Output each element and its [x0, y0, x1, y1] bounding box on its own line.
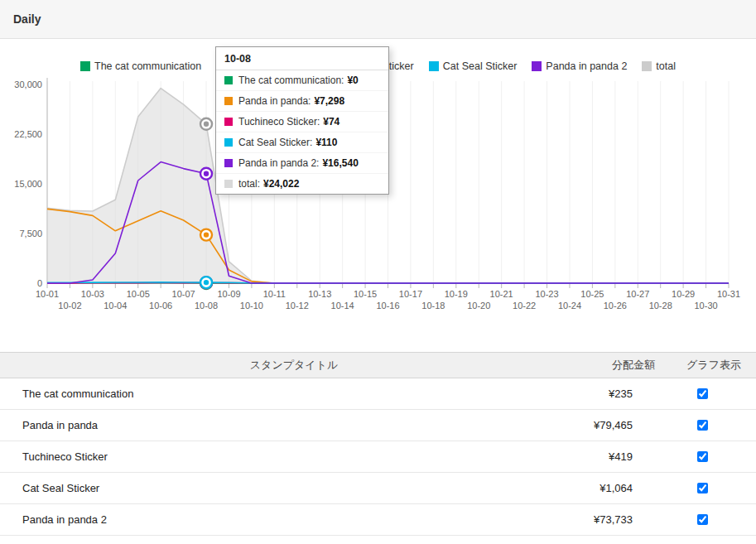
tooltip-row-panda-in-panda: Panda in panda:¥7,298 [216, 91, 388, 112]
highlight-point-panda-in-panda-2 [200, 168, 212, 180]
table-row-cat-seal-sticker: Cat Seal Sticker¥1,064 [0, 473, 756, 504]
graph-toggle-checkbox[interactable] [697, 388, 708, 399]
tooltip-swatch [224, 118, 233, 126]
legend-label: Cat Seal Sticker [443, 60, 518, 72]
graph-display-cell [633, 388, 756, 399]
tooltip-row-cat-seal-sticker: Cat Seal Sticker:¥110 [216, 132, 388, 153]
legend-label: The cat communication [94, 60, 201, 72]
highlight-point-panda-in-panda [200, 229, 212, 241]
tooltip-series-value: ¥7,298 [314, 95, 344, 107]
table-row-the-cat-communication: The cat communication¥235 [0, 378, 756, 410]
graph-display-cell [633, 451, 756, 462]
graph-display-cell [633, 420, 756, 431]
svg-text:30,000: 30,000 [14, 79, 42, 89]
svg-text:10-20: 10-20 [467, 301, 490, 311]
table-row-panda-in-panda-2: Panda in panda 2¥73,733 [0, 504, 756, 536]
tooltip-series-name: The cat communication: [238, 75, 344, 86]
header-bar: Daily [0, 0, 756, 39]
table-body: The cat communication¥235Panda in panda¥… [0, 378, 756, 536]
stamp-title-cell: Cat Seal Sticker [0, 482, 588, 494]
tooltip-series-name: Panda in panda: [238, 95, 311, 107]
svg-text:10-07: 10-07 [172, 289, 195, 299]
svg-text:10-19: 10-19 [445, 289, 468, 299]
tooltip-series-name: Cat Seal Sticker: [238, 137, 312, 148]
svg-text:10-08: 10-08 [195, 301, 218, 311]
graph-display-cell [633, 483, 756, 493]
svg-text:10-21: 10-21 [490, 289, 513, 299]
tooltip-rows: The cat communication:¥0Panda in panda:¥… [216, 70, 388, 194]
stamp-title-cell: Panda in panda 2 [0, 513, 588, 526]
svg-text:15,000: 15,000 [14, 179, 42, 189]
graph-toggle-checkbox[interactable] [697, 451, 708, 462]
svg-text:22,500: 22,500 [14, 129, 42, 139]
svg-text:10-11: 10-11 [263, 289, 286, 299]
amount-cell: ¥73,733 [566, 513, 633, 526]
svg-text:10-13: 10-13 [308, 289, 331, 299]
legend-swatch-total [642, 61, 652, 71]
tooltip-swatch [224, 97, 233, 105]
tooltip-series-value: ¥16,540 [322, 157, 358, 169]
legend-swatch-panda-in-panda-2 [532, 61, 542, 71]
svg-text:10-26: 10-26 [604, 301, 627, 311]
svg-text:10-10: 10-10 [240, 301, 263, 311]
col-header-stamp-title: スタンプタイトル [0, 358, 588, 373]
svg-text:10-16: 10-16 [376, 301, 399, 311]
tooltip-series-value: ¥0 [347, 75, 358, 86]
svg-text:10-27: 10-27 [626, 289, 649, 299]
svg-text:10-09: 10-09 [217, 289, 240, 299]
svg-text:10-04: 10-04 [104, 301, 127, 311]
svg-text:10-06: 10-06 [149, 301, 172, 311]
svg-text:10-02: 10-02 [58, 301, 81, 311]
svg-text:10-23: 10-23 [535, 289, 558, 299]
legend-item-panda-in-panda-2[interactable]: Panda in panda 2 [532, 60, 627, 72]
tooltip-series-value: ¥74 [323, 116, 339, 128]
stamp-title-cell: The cat communication [0, 388, 588, 400]
table-header-row: スタンプタイトル 分配金額 グラフ表示 [0, 352, 756, 378]
svg-text:0: 0 [37, 278, 42, 288]
svg-text:10-17: 10-17 [399, 289, 422, 299]
chart-tooltip: 10-08 The cat communication:¥0Panda in p… [215, 46, 389, 195]
legend-swatch-the-cat-communication [80, 61, 90, 71]
highlight-point-cat-seal-sticker [200, 277, 212, 288]
tooltip-swatch [224, 180, 233, 188]
graph-display-cell [633, 514, 756, 525]
tooltip-title: 10-08 [216, 47, 388, 70]
graph-toggle-checkbox[interactable] [697, 483, 708, 493]
svg-text:10-15: 10-15 [354, 289, 377, 299]
svg-text:10-01: 10-01 [36, 289, 59, 299]
amount-cell: ¥419 [566, 450, 633, 463]
svg-text:10-14: 10-14 [331, 301, 354, 311]
page: Daily The cat communicationPanda in pand… [0, 0, 756, 544]
graph-toggle-checkbox[interactable] [697, 420, 708, 431]
amount-cell: ¥1,064 [566, 482, 633, 494]
legend-item-the-cat-communication[interactable]: The cat communication [80, 60, 201, 72]
svg-text:10-03: 10-03 [81, 289, 104, 299]
tooltip-row-total: total:¥24,022 [216, 174, 388, 194]
legend-item-cat-seal-sticker[interactable]: Cat Seal Sticker [429, 60, 518, 72]
legend-swatch-cat-seal-sticker [429, 61, 439, 71]
tooltip-series-name: Tuchineco Sticker: [238, 116, 320, 128]
svg-text:10-05: 10-05 [127, 289, 150, 299]
tooltip-swatch [224, 138, 233, 147]
col-header-amount: 分配金額 [588, 358, 655, 373]
legend-item-total[interactable]: total [642, 60, 676, 72]
tooltip-row-tuchineco-sticker: Tuchineco Sticker:¥74 [216, 112, 388, 132]
svg-text:7,500: 7,500 [19, 229, 42, 238]
highlight-point-total [200, 118, 212, 130]
page-title: Daily [13, 12, 41, 26]
svg-text:10-12: 10-12 [286, 301, 309, 311]
tooltip-row-panda-in-panda-2: Panda in panda 2:¥16,540 [216, 153, 388, 174]
amount-cell: ¥235 [566, 388, 633, 400]
tooltip-swatch [224, 159, 233, 167]
amount-cell: ¥79,465 [566, 419, 633, 431]
table-row-panda-in-panda: Panda in panda¥79,465 [0, 410, 756, 441]
graph-toggle-checkbox[interactable] [697, 514, 708, 525]
table-row-tuchineco-sticker: Tuchineco Sticker¥419 [0, 441, 756, 473]
tooltip-series-value: ¥110 [315, 137, 337, 148]
tooltip-series-name: Panda in panda 2: [238, 157, 319, 169]
svg-text:10-25: 10-25 [580, 289, 604, 299]
tooltip-row-the-cat-communication: The cat communication:¥0 [216, 70, 388, 91]
col-header-graph-display: グラフ表示 [655, 358, 756, 373]
chart-section: The cat communicationPanda in pandaTuchi… [0, 39, 756, 318]
stamp-title-cell: Tuchineco Sticker [0, 450, 588, 463]
